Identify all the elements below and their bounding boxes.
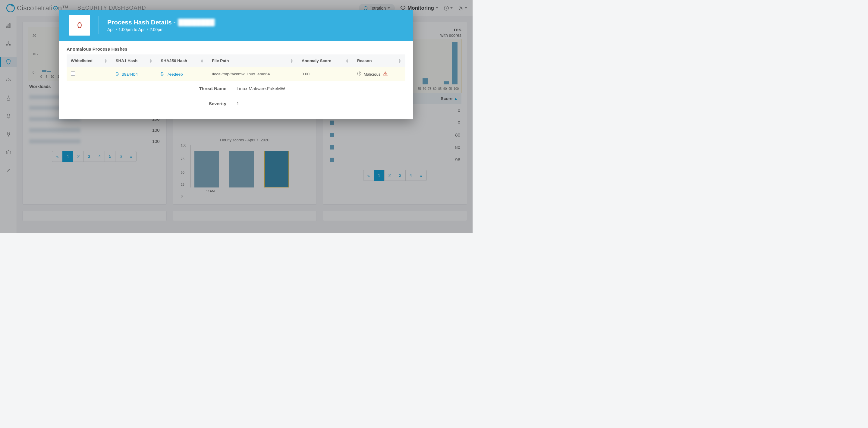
col-filepath[interactable]: File Path▲▼ [208,55,298,67]
svg-point-19 [385,74,385,75]
threat-name-value: Linux.Malware.FakeMW [236,86,285,91]
modal-score-badge: 0 [69,15,90,36]
anomalous-hashes-table: Whitelisted▲▼ SHA1 Hash▲▼ SHA256 Hash▲▼ … [67,55,405,81]
severity-row: Severity 1 [67,96,405,111]
copy-icon[interactable] [161,72,164,75]
modal-section-title: Anomalous Process Hashes [67,47,405,52]
hash-row[interactable]: d9a44b4 7eedeeb /local/tmp/fakemw_linux_… [67,67,405,81]
modal-subtitle: Apr 7 1:00pm to Apr 7 2:00pm [107,27,216,32]
svg-point-17 [359,72,360,73]
threat-name-row: Threat Name Linux.Malware.FakeMW [67,81,405,96]
svg-rect-12 [117,72,119,74]
info-icon[interactable] [357,71,361,75]
col-whitelisted[interactable]: Whitelisted▲▼ [67,55,112,67]
process-hash-details-modal: 0 Process Hash Details - ████████ Apr 7 … [59,10,413,119]
svg-rect-14 [162,72,164,74]
reason-cell: Malicious [353,67,405,81]
filepath-cell: /local/tmp/fakemw_linux_amd64 [208,67,298,81]
warning-icon [383,71,388,75]
modal-header: 0 Process Hash Details - ████████ Apr 7 … [59,10,413,41]
whitelist-checkbox[interactable] [71,71,75,75]
modal-title: Process Hash Details - ████████ [107,19,216,26]
severity-value: 1 [236,101,239,106]
copy-icon[interactable] [116,72,120,75]
sha1-link[interactable]: d9a44b4 [122,72,138,77]
sha256-link[interactable]: 7eedeeb [167,72,183,77]
threat-name-label: Threat Name [67,86,236,91]
svg-rect-13 [161,72,163,75]
col-sha256[interactable]: SHA256 Hash▲▼ [156,55,208,67]
col-sha1[interactable]: SHA1 Hash▲▼ [112,55,157,67]
anomaly-score-cell: 0.00 [298,67,353,81]
svg-rect-11 [116,72,118,75]
col-anomaly[interactable]: Anomaly Score▲▼ [298,55,353,67]
severity-label: Severity [67,101,236,106]
col-reason[interactable]: Reason▲▼ [353,55,405,67]
